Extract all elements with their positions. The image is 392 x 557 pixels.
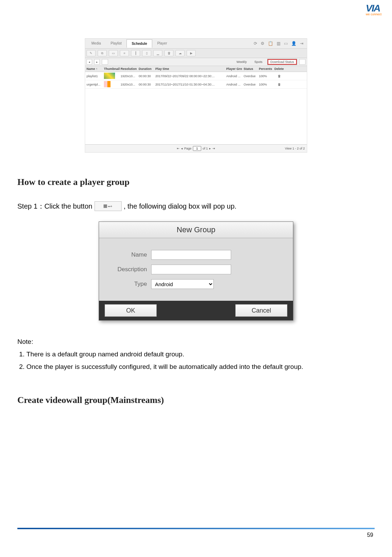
brand-logo: VIA we connect <box>366 3 382 16</box>
col-name[interactable]: Name ↑ <box>87 67 104 71</box>
exit-icon[interactable]: ⇥ <box>300 41 303 46</box>
ok-button[interactable]: OK <box>105 304 157 317</box>
filter-weekly[interactable]: Weekly <box>234 59 250 65</box>
toolbar-list-icon[interactable]: ≡ <box>120 50 129 56</box>
col-player-group: Player Gro <box>226 67 244 71</box>
thumbnail-image <box>104 73 115 79</box>
note-item: Once the player is successfully configur… <box>26 363 375 371</box>
col-playtime: Play time <box>155 67 226 71</box>
table-empty-area <box>85 89 307 144</box>
nav-prev-icon[interactable]: ◂ <box>87 59 92 65</box>
note-heading: Note: <box>17 338 375 346</box>
toolbar-copy-icon[interactable]: ⧉ <box>98 50 107 56</box>
type-label: Type <box>109 281 151 288</box>
thumbnail-image <box>104 81 115 87</box>
page-number: 59 <box>367 532 373 538</box>
new-group-dialog: New Group Name Description Type Android … <box>99 221 293 321</box>
gear-icon[interactable]: ⚙ <box>261 41 264 46</box>
name-field[interactable] <box>151 250 231 260</box>
toolbar-tag-icon[interactable]: ▯ <box>142 50 151 56</box>
table-header: Name ↑ Thumbnail Resolution Duration Pla… <box>85 66 307 72</box>
toolbar-edit-icon[interactable]: ✎ <box>87 50 96 56</box>
nav-next-icon[interactable]: ▸ <box>94 59 100 65</box>
section-title-create-player-group: How to create a player group <box>17 177 375 187</box>
logo-tagline: we connect <box>366 13 382 16</box>
pager-prev-icon[interactable]: ◂ <box>181 147 183 150</box>
monitor-icon[interactable]: ▭ <box>284 41 288 46</box>
col-delete: Delete <box>273 67 285 71</box>
description-label: Description <box>109 266 151 273</box>
user-icon[interactable]: 👤 <box>291 41 296 46</box>
table-row[interactable]: urgentpl... 1920x10... 00:00:30 2017/11/… <box>85 80 307 89</box>
toolbar-split-icon[interactable]: ┃ <box>131 50 140 56</box>
type-select[interactable]: Android <box>151 279 214 289</box>
footer-divider <box>17 528 375 529</box>
dialog-title: New Group <box>99 222 293 238</box>
tab-player[interactable]: Player <box>152 39 172 48</box>
pager: ⇤ ◂ Page of 1 ▸ ⇥ View 1 - 2 of 2 <box>85 144 307 152</box>
pager-page-input[interactable] <box>193 146 201 151</box>
step-1: Step 1：Click the button ▪▪+ , the follow… <box>17 201 375 211</box>
toolbar-publish-icon[interactable]: ▶ <box>187 50 196 56</box>
toolbar: ✎ ⧉ ▭ ≡ ┃ ▯ ▁ 🗑 ☁ ▶ <box>85 49 307 58</box>
col-percents: Percents <box>259 67 273 71</box>
clipboard-icon[interactable]: 📋 <box>268 41 273 46</box>
refresh-icon[interactable]: ⟳ <box>254 41 257 46</box>
chart-icon[interactable]: ▥ <box>277 41 280 46</box>
toolbar-paste-icon[interactable]: ▭ <box>109 50 118 56</box>
tab-playlist[interactable]: Playlist <box>106 39 126 48</box>
name-label: Name <box>109 251 151 258</box>
delete-row-icon[interactable]: 🗑 <box>273 83 285 86</box>
table-row[interactable]: playlist1 1920x10... 00:00:30 2017/09/22… <box>85 72 307 80</box>
col-thumbnail: Thumbnail <box>104 67 121 71</box>
add-group-button[interactable]: ▪▪+ <box>95 201 122 211</box>
col-status: Status <box>244 67 259 71</box>
col-resolution: Resolution <box>121 67 139 71</box>
col-duration: Duration <box>139 67 155 71</box>
delete-row-icon[interactable]: 🗑 <box>273 74 285 78</box>
cancel-button[interactable]: Cancel <box>235 304 287 317</box>
filter-spots[interactable]: Spots <box>252 59 265 65</box>
schedule-window: Media Playlist Schedule Player ⟳ ⚙ 📋 ▥ ▭… <box>85 38 307 153</box>
section-title-videowall: Create videowall group(Mainstreams) <box>17 395 375 405</box>
toolbar-cloud-icon[interactable]: ☁ <box>175 50 185 56</box>
note-item: There is a default group named android d… <box>26 350 375 358</box>
calendar-icon[interactable] <box>102 59 108 65</box>
toolbar-box-icon[interactable]: ▁ <box>153 50 162 56</box>
pager-summary: View 1 - 2 of 2 <box>285 147 305 150</box>
note-list: There is a default group named android d… <box>17 350 375 371</box>
filter-download-status[interactable]: Download Status <box>267 59 297 65</box>
toolbar-trash-icon[interactable]: 🗑 <box>164 50 173 56</box>
tab-schedule[interactable]: Schedule <box>126 39 152 48</box>
pager-next-icon[interactable]: ▸ <box>209 147 211 150</box>
description-field[interactable] <box>151 265 231 274</box>
grid-toggle-icon[interactable] <box>299 59 305 65</box>
pager-last-icon[interactable]: ⇥ <box>212 147 215 150</box>
tab-media[interactable]: Media <box>87 39 106 48</box>
pager-first-icon[interactable]: ⇤ <box>177 147 180 150</box>
